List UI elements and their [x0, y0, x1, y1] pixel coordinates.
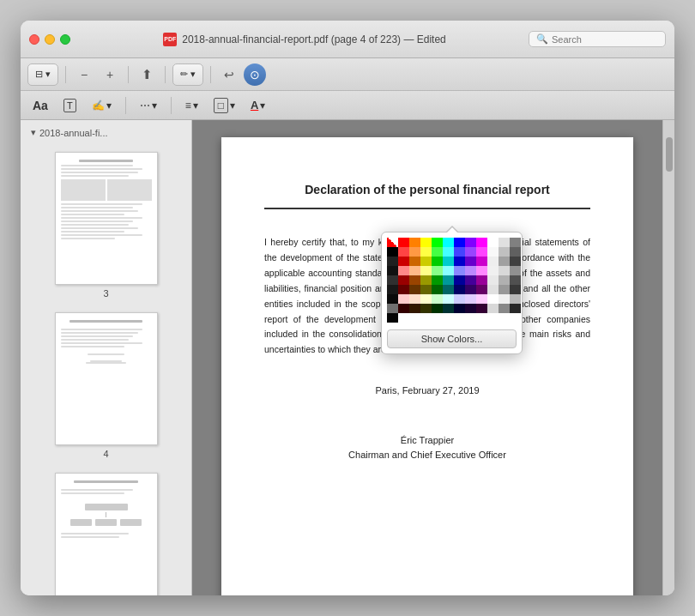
color-cell[interactable]	[499, 304, 510, 313]
color-cell[interactable]	[499, 247, 510, 257]
color-cell[interactable]	[510, 275, 521, 285]
sidebar-header[interactable]: ▾ 2018-annual-fi...	[21, 120, 191, 145]
color-cell[interactable]	[499, 266, 510, 275]
vertical-scrollbar[interactable]	[662, 120, 674, 595]
color-cell[interactable]	[510, 266, 521, 275]
color-cell[interactable]	[387, 266, 398, 275]
color-cell[interactable]	[454, 275, 465, 285]
show-colors-button[interactable]: Show Colors...	[387, 329, 517, 348]
page-3-thumbnail[interactable]: 3	[21, 145, 191, 305]
color-cell[interactable]	[465, 294, 476, 304]
color-cell[interactable]	[420, 275, 432, 285]
color-cell[interactable]	[476, 266, 487, 275]
color-cell[interactable]	[420, 304, 432, 313]
color-cell[interactable]	[510, 247, 521, 257]
text-select-button[interactable]: T	[58, 95, 82, 116]
search-box[interactable]: 🔍	[529, 31, 666, 47]
color-cell[interactable]	[510, 304, 521, 313]
color-cell[interactable]	[443, 247, 454, 257]
color-cell[interactable]	[487, 266, 499, 275]
color-cell[interactable]	[398, 266, 409, 275]
color-cell[interactable]	[443, 275, 454, 285]
color-cell[interactable]	[443, 285, 454, 294]
color-cell[interactable]	[398, 285, 409, 294]
font-button[interactable]: Aa	[27, 95, 53, 116]
color-cell[interactable]	[499, 294, 510, 304]
border-button[interactable]: □ ▾	[208, 95, 240, 116]
rotate-button[interactable]: ↩	[218, 63, 240, 86]
color-cell[interactable]	[476, 238, 487, 247]
color-cell[interactable]	[420, 238, 432, 247]
color-cell[interactable]	[465, 304, 476, 313]
close-button[interactable]	[29, 34, 39, 45]
color-cell[interactable]	[499, 275, 510, 285]
color-cell[interactable]	[398, 247, 409, 257]
share-button[interactable]: ⬆	[136, 63, 158, 86]
color-cell[interactable]	[476, 275, 487, 285]
color-cell[interactable]	[454, 285, 465, 294]
color-cell[interactable]	[387, 275, 398, 285]
color-cell[interactable]	[454, 238, 465, 247]
color-cell[interactable]	[432, 285, 443, 294]
color-cell[interactable]	[398, 257, 409, 266]
color-cell[interactable]	[476, 294, 487, 304]
color-cell[interactable]	[443, 294, 454, 304]
color-cell[interactable]	[487, 285, 499, 294]
color-cell[interactable]	[420, 247, 432, 257]
color-cell[interactable]	[487, 304, 499, 313]
color-cell[interactable]	[499, 238, 510, 247]
scrollbar-thumb[interactable]	[666, 137, 673, 172]
color-cell[interactable]	[487, 275, 499, 285]
color-cell[interactable]	[487, 247, 499, 257]
color-cell[interactable]	[420, 294, 432, 304]
color-cell[interactable]	[510, 294, 521, 304]
sign-button[interactable]: ✍ ▾	[87, 95, 117, 116]
color-cell[interactable]	[409, 257, 420, 266]
color-cell[interactable]	[387, 304, 398, 313]
minimize-button[interactable]	[45, 34, 55, 45]
zoom-out-button[interactable]: −	[73, 63, 95, 86]
more-tools-button[interactable]: ⋯ ▾	[135, 95, 162, 116]
color-cell[interactable]	[387, 294, 398, 304]
color-cell[interactable]	[432, 294, 443, 304]
color-cell[interactable]	[510, 257, 521, 266]
color-cell[interactable]	[398, 275, 409, 285]
color-cell[interactable]	[476, 304, 487, 313]
color-cell[interactable]	[432, 266, 443, 275]
color-cell[interactable]	[387, 285, 398, 294]
color-cell[interactable]	[499, 285, 510, 294]
color-cell[interactable]	[398, 238, 409, 247]
color-cell[interactable]	[420, 257, 432, 266]
color-cell[interactable]	[420, 266, 432, 275]
color-cell[interactable]	[465, 266, 476, 275]
color-cell[interactable]	[476, 247, 487, 257]
color-cell[interactable]	[499, 257, 510, 266]
color-cell[interactable]	[454, 247, 465, 257]
color-cell[interactable]	[432, 238, 443, 247]
link-button[interactable]: ⊙	[244, 63, 266, 86]
color-cell[interactable]	[398, 304, 409, 313]
color-cell[interactable]	[432, 247, 443, 257]
color-cell[interactable]	[487, 257, 499, 266]
color-cell[interactable]	[465, 238, 476, 247]
clear-color-cell[interactable]	[387, 238, 398, 247]
search-input[interactable]	[552, 34, 658, 45]
color-cell[interactable]	[465, 285, 476, 294]
color-cell[interactable]	[409, 304, 420, 313]
color-cell[interactable]	[432, 275, 443, 285]
page-5-thumbnail[interactable]: 5	[21, 466, 191, 595]
color-cell[interactable]	[465, 247, 476, 257]
color-cell[interactable]	[510, 238, 521, 247]
page-4-thumbnail[interactable]: 4	[21, 305, 191, 466]
color-cell[interactable]	[409, 285, 420, 294]
color-cell[interactable]	[487, 294, 499, 304]
color-cell[interactable]	[387, 313, 398, 323]
color-cell[interactable]	[487, 238, 499, 247]
color-cell[interactable]	[454, 257, 465, 266]
zoom-in-button[interactable]: +	[99, 63, 121, 86]
color-cell[interactable]	[409, 238, 420, 247]
sidebar-toggle-button[interactable]: ⊟ ▾	[27, 63, 58, 86]
color-cell[interactable]	[387, 257, 398, 266]
color-cell[interactable]	[510, 285, 521, 294]
color-cell[interactable]	[476, 257, 487, 266]
